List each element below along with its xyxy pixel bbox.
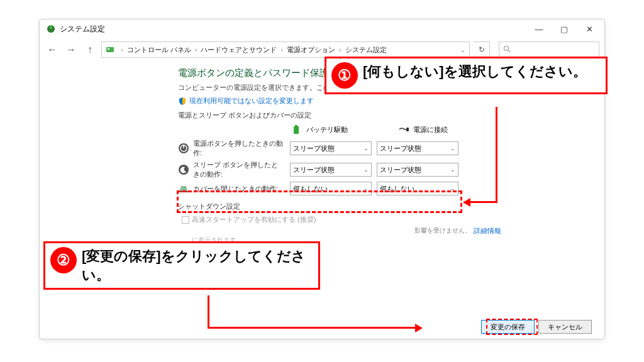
change-settings-link[interactable]: 現在利用可能ではない設定を変更します xyxy=(178,96,579,106)
svg-point-4 xyxy=(504,47,509,51)
close-button[interactable]: ✕ xyxy=(577,20,602,38)
up-button[interactable]: ↑ xyxy=(82,42,97,57)
fast-startup-note: これを有効にすると、シャットダウン後の起動時間が速くなります。再起動は 影響を受… xyxy=(192,226,579,236)
window-title: システム設定 xyxy=(60,24,105,35)
breadcrumb-item[interactable]: システム設定 xyxy=(345,45,387,55)
fast-startup-checkbox-row: 高速スタートアップを有効にする (推奨) xyxy=(182,215,579,224)
arrow-2-head xyxy=(415,324,423,332)
power-button-label: 電源ボタンを押したときの動作: xyxy=(178,139,285,158)
sleep-button-label: スリープ ボタンを押したときの動作: xyxy=(178,160,285,179)
svg-rect-2 xyxy=(106,47,114,52)
control-panel-icon xyxy=(106,45,114,54)
callout-step-2: ② [変更の保存]をクリックしてください。 xyxy=(43,241,320,290)
shield-icon xyxy=(178,97,187,106)
column-headers: バッテリ駆動 電源に接続 xyxy=(291,124,579,135)
titlebar: システム設定 — ▢ ✕ xyxy=(40,19,604,38)
svg-line-5 xyxy=(508,50,510,52)
sleep-button-battery-select[interactable]: スリープ状態⌄ xyxy=(290,163,372,177)
power-button-row: 電源ボタンを押したときの動作: スリープ状態⌄ スリープ状態⌄ xyxy=(178,139,579,158)
dialog-footer: 変更の保存 キャンセル xyxy=(481,320,592,334)
svg-rect-3 xyxy=(108,48,109,50)
sleep-button-row: スリープ ボタンを押したときの動作: スリープ状態⌄ スリープ状態⌄ xyxy=(178,160,579,179)
callout-number-2: ② xyxy=(50,247,77,273)
plugged-column-header: 電源に接続 xyxy=(398,124,448,135)
arrow-1-head xyxy=(463,198,470,207)
breadcrumb-item[interactable]: コントロール パネル xyxy=(127,45,191,55)
plug-icon xyxy=(398,124,409,135)
search-icon xyxy=(503,45,511,54)
battery-column-header: バッテリ駆動 xyxy=(291,124,348,135)
app-icon xyxy=(46,24,56,34)
callout-step-1: ① [何もしない]を選択してください。 xyxy=(325,57,608,94)
breadcrumb-sep: › xyxy=(121,46,123,53)
callout-text-2: [変更の保存]をクリックしてください。 xyxy=(82,243,318,288)
back-button[interactable]: ← xyxy=(45,42,60,57)
refresh-button[interactable]: ↻ xyxy=(474,41,490,58)
sleep-button-plugged-select[interactable]: スリープ状態⌄ xyxy=(377,163,458,177)
arrow-2-h xyxy=(208,327,415,329)
svg-rect-7 xyxy=(295,125,297,126)
dropdown-caret-icon[interactable]: ⌄ xyxy=(460,47,465,53)
cancel-button[interactable]: キャンセル xyxy=(538,320,592,334)
breadcrumb-item[interactable]: 電源オプション xyxy=(287,45,335,55)
breadcrumb-item[interactable]: ハードウェアとサウンド xyxy=(201,45,277,55)
search-input[interactable] xyxy=(499,41,599,58)
fast-startup-label: 高速スタートアップを有効にする (推奨) xyxy=(192,215,316,224)
maximize-button[interactable]: ▢ xyxy=(552,20,577,38)
callout-number-1: ① xyxy=(331,62,358,89)
arrow-2-v xyxy=(208,295,209,328)
lid-row-highlight xyxy=(177,190,462,213)
arrow-1-v xyxy=(496,107,497,202)
svg-rect-1 xyxy=(50,25,52,29)
power-button-plugged-select[interactable]: スリープ状態⌄ xyxy=(377,141,458,155)
fast-startup-checkbox[interactable] xyxy=(182,216,189,224)
battery-icon xyxy=(291,124,303,135)
svg-rect-6 xyxy=(294,126,299,134)
forward-button[interactable]: → xyxy=(64,42,79,57)
svg-rect-8 xyxy=(406,128,409,131)
address-bar[interactable]: › コントロール パネル › ハードウェアとサウンド › 電源オプション › シ… xyxy=(101,41,470,58)
section-power-sleep-title: 電源とスリープ ボタンおよびカバーの設定 xyxy=(178,111,579,120)
power-button-battery-select[interactable]: スリープ状態⌄ xyxy=(290,141,372,155)
power-icon xyxy=(178,143,189,154)
detail-info-link[interactable]: 詳細情報 xyxy=(474,226,501,236)
arrow-1-h xyxy=(470,201,497,203)
minimize-button[interactable]: — xyxy=(526,20,552,38)
moon-icon xyxy=(178,164,189,175)
callout-text-1: [何もしない]を選択してください。 xyxy=(363,58,593,85)
save-changes-button[interactable]: 変更の保存 xyxy=(481,320,535,334)
